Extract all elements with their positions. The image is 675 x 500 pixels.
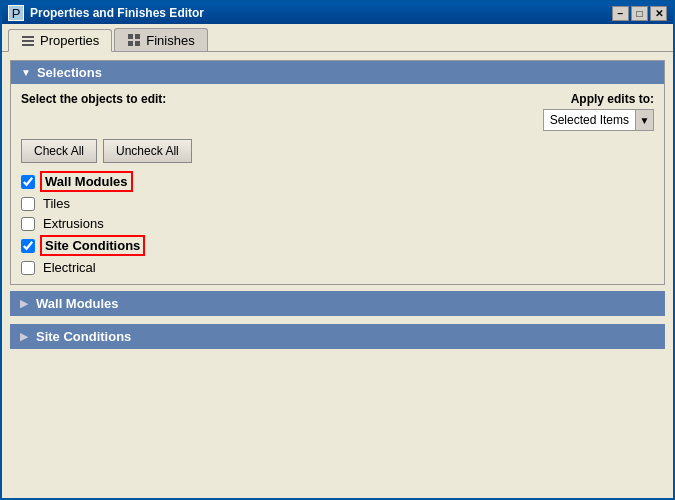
selections-arrow-icon: ▼ <box>21 67 31 78</box>
uncheck-all-button[interactable]: Uncheck All <box>103 139 192 163</box>
selections-body: Select the objects to edit: Apply edits … <box>11 84 664 284</box>
extrusions-checkbox[interactable] <box>21 217 35 231</box>
checkbox-item-wall-modules: Wall Modules <box>21 171 654 192</box>
apply-edits-section: Apply edits to: Selected Items ▼ <box>543 92 654 131</box>
check-all-button[interactable]: Check All <box>21 139 97 163</box>
svg-rect-3 <box>128 34 133 39</box>
site-conditions-chevron-icon: ▶ <box>20 330 28 343</box>
selections-header-label: Selections <box>37 65 102 80</box>
select-header-row: Select the objects to edit: Apply edits … <box>21 92 654 131</box>
extrusions-label: Extrusions <box>40 215 107 232</box>
wall-modules-checkbox[interactable] <box>21 175 35 189</box>
title-bar: P Properties and Finishes Editor − □ ✕ <box>2 2 673 24</box>
checkbox-item-extrusions: Extrusions <box>21 215 654 232</box>
svg-rect-4 <box>135 34 140 39</box>
wall-modules-section-bar[interactable]: ▶ Wall Modules <box>10 291 665 316</box>
checkbox-item-electrical: Electrical <box>21 259 654 276</box>
selections-group: ▼ Selections Select the objects to edit:… <box>10 60 665 285</box>
svg-rect-5 <box>128 41 133 46</box>
checkboxes-list: Wall Modules Tiles Extrusions <box>21 171 654 276</box>
svg-rect-0 <box>22 36 34 38</box>
apply-edits-label: Apply edits to: <box>571 92 654 106</box>
svg-rect-2 <box>22 44 34 46</box>
sections-container: ▶ Wall Modules ▶ Site Conditions <box>10 291 665 353</box>
checkbox-item-site-conditions: Site Conditions <box>21 235 654 256</box>
check-buttons-row: Check All Uncheck All <box>21 139 654 163</box>
site-conditions-label: Site Conditions <box>40 235 145 256</box>
tab-properties[interactable]: Properties <box>8 29 112 52</box>
wall-modules-label: Wall Modules <box>40 171 133 192</box>
window-icon: P <box>8 5 24 21</box>
finishes-tab-icon <box>127 33 141 47</box>
electrical-label: Electrical <box>40 259 99 276</box>
maximize-button[interactable]: □ <box>631 6 648 21</box>
main-window: P Properties and Finishes Editor − □ ✕ P… <box>0 0 675 500</box>
close-button[interactable]: ✕ <box>650 6 667 21</box>
dropdown-arrow-icon: ▼ <box>635 110 653 130</box>
title-bar-buttons: − □ ✕ <box>612 6 667 21</box>
svg-rect-1 <box>22 40 34 42</box>
apply-edits-value: Selected Items <box>544 111 635 129</box>
tiles-label: Tiles <box>40 195 73 212</box>
site-conditions-section-bar[interactable]: ▶ Site Conditions <box>10 324 665 349</box>
window-title: Properties and Finishes Editor <box>30 6 606 20</box>
minimize-button[interactable]: − <box>612 6 629 21</box>
main-content: ▼ Selections Select the objects to edit:… <box>2 52 673 498</box>
wall-modules-section-label: Wall Modules <box>36 296 119 311</box>
svg-rect-6 <box>135 41 140 46</box>
checkbox-item-tiles: Tiles <box>21 195 654 212</box>
wall-modules-chevron-icon: ▶ <box>20 297 28 310</box>
tab-finishes-label: Finishes <box>146 33 194 48</box>
tiles-checkbox[interactable] <box>21 197 35 211</box>
apply-edits-dropdown[interactable]: Selected Items ▼ <box>543 109 654 131</box>
tab-finishes[interactable]: Finishes <box>114 28 207 51</box>
electrical-checkbox[interactable] <box>21 261 35 275</box>
tab-properties-label: Properties <box>40 33 99 48</box>
selections-header: ▼ Selections <box>11 61 664 84</box>
tabs-bar: Properties Finishes <box>2 24 673 52</box>
properties-tab-icon <box>21 34 35 48</box>
site-conditions-section-label: Site Conditions <box>36 329 131 344</box>
site-conditions-checkbox[interactable] <box>21 239 35 253</box>
select-objects-label: Select the objects to edit: <box>21 92 166 106</box>
